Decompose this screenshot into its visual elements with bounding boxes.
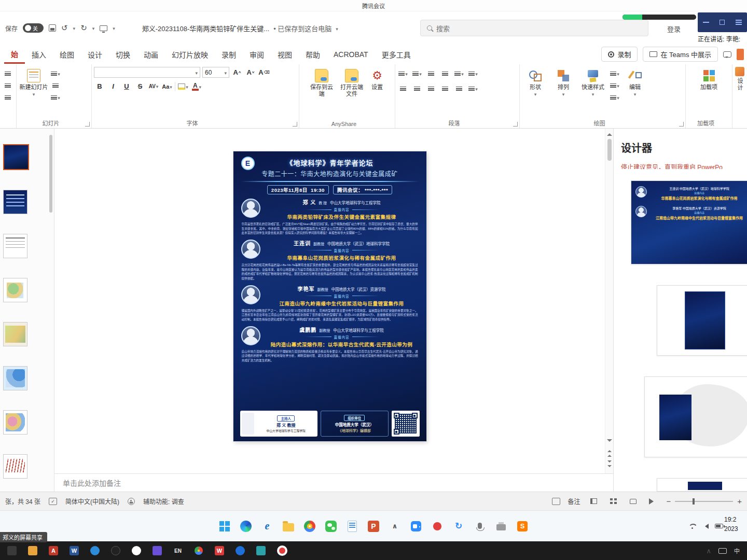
shape-fill-button[interactable] [609,68,620,79]
slide-thumbnail-7[interactable] [3,410,27,435]
spellcheck-icon[interactable]: ✓ [49,498,57,505]
recording-indicator-icon[interactable] [431,520,444,533]
increase-indent-button[interactable] [439,68,451,79]
chrome-icon[interactable] [303,520,316,533]
slide-canvas[interactable]: E 《地球科学》青年学者论坛 专题二十一：华南大地构造演化与关键金属成矿 202… [54,129,605,473]
zoom-out-button[interactable]: − [666,497,671,505]
zoom-in-button[interactable]: + [737,497,742,505]
printer-icon[interactable] [494,520,508,533]
next-slide-button[interactable] [607,460,612,469]
editing-button[interactable]: 编辑 [621,67,648,100]
design-suggestion-1[interactable]: 王连训 中国地质大学（武汉）地球科学学院 直播内容 华南幕阜山花岗质岩浆演化与稀… [631,180,747,264]
reading-view-button[interactable] [627,496,639,507]
github-icon[interactable] [111,546,120,555]
strikethrough-button[interactable]: S [134,81,146,92]
save-to-cloud-button[interactable]: 保存到云端 [308,67,335,100]
shape-effects-button[interactable] [609,92,620,103]
tray-expand-icon[interactable]: ∧ [706,547,711,555]
tab-review[interactable]: 审阅 [243,46,271,63]
design-suggestion-2[interactable] [657,285,747,356]
title-dropdown-icon[interactable] [336,24,338,32]
dialog-launcher-icon[interactable] [513,122,518,127]
slide-thumbnail-8[interactable] [3,454,27,479]
browser-globe-icon[interactable] [90,546,100,555]
compass-browser-icon[interactable] [236,546,245,555]
battery-icon[interactable] [715,524,723,528]
present-in-teams-button[interactable]: 在 Teams 中展示 [643,47,718,62]
pinned-app-icon[interactable] [7,546,17,555]
clear-formatting-button[interactable]: A⌫ [258,67,270,78]
notes-icon[interactable] [552,498,560,505]
edge-icon[interactable] [239,520,253,533]
justify-button[interactable] [439,83,451,94]
slide-thumbnail-3[interactable] [3,234,27,258]
tab-record[interactable]: 录制 [215,46,243,63]
input-language-badge[interactable]: EN [173,546,183,555]
start-from-beginning-icon[interactable] [100,25,107,31]
zoom-slider-thumb[interactable] [693,498,695,505]
redo-icon[interactable] [80,23,87,33]
slide-sorter-view-button[interactable] [607,496,619,507]
text-direction-button[interactable] [467,68,479,79]
slide-thumbnail-1[interactable] [3,144,29,170]
smartart-button[interactable] [467,83,479,94]
tab-insert[interactable]: 插入 [25,46,53,63]
slide-poster[interactable]: E 《地球科学》青年学者论坛 专题二十一：华南大地构造演化与关键金属成矿 202… [233,151,426,441]
section-button[interactable] [50,92,61,103]
align-left-button[interactable] [397,83,409,94]
dialog-launcher-icon[interactable] [679,122,684,127]
bullets-button[interactable] [397,68,409,79]
record-button[interactable]: 录制 [601,47,638,62]
underline-button[interactable]: U [121,81,132,92]
italic-button[interactable]: I [107,81,119,92]
tray-expand-icon[interactable]: ∧ [388,520,402,533]
cut-icon[interactable] [2,80,13,91]
undo-dropdown-icon[interactable] [73,24,76,32]
qat-customize-icon[interactable] [113,24,115,32]
copy-icon[interactable] [2,92,13,103]
quick-styles-button[interactable]: 快速样式 [578,67,608,100]
font-color-button[interactable]: A [191,81,202,92]
wps-icon[interactable]: W [215,546,224,555]
microphone-icon[interactable] [473,520,487,533]
screen-record-button[interactable] [277,545,287,556]
folder-icon[interactable] [28,546,37,555]
reset-button[interactable] [50,80,61,91]
paste-icon[interactable] [2,68,13,79]
slideshow-button[interactable] [646,496,659,507]
shapes-button[interactable]: 形状 [522,67,549,100]
menu-icon[interactable] [736,20,742,25]
text-highlight-button[interactable] [177,81,189,92]
font-name-combo[interactable] [94,67,200,78]
decrease-indent-button[interactable] [425,68,437,79]
shape-outline-button[interactable] [609,80,620,91]
redo-dropdown-icon[interactable] [92,24,95,32]
slide-thumbnail-6[interactable] [3,366,27,390]
anyshare-settings-button[interactable]: ⚙ 设置 [368,67,386,93]
save-icon[interactable] [49,24,56,32]
open-cloud-file-button[interactable]: 打开云端文件 [338,67,365,100]
increase-font-size-button[interactable]: A˄ [231,67,243,78]
tencent-meeting-icon[interactable] [409,520,423,533]
maximize-icon[interactable] [720,20,725,25]
character-spacing-button[interactable]: AV [148,81,159,92]
designer-ribbon-button[interactable]: 设计 [732,64,747,128]
align-right-button[interactable] [425,83,437,94]
minimize-icon[interactable] [703,22,709,23]
slide-thumbnail-5[interactable] [3,322,27,346]
document-app-icon[interactable] [345,520,359,533]
layout-button[interactable] [50,68,61,79]
tab-more-tools[interactable]: 更多工具 [375,46,418,63]
scrollbar-thumb[interactable] [607,139,612,161]
numbering-button[interactable] [411,68,423,79]
qq-icon[interactable] [132,546,141,555]
thumbnail-scrollbar[interactable] [49,135,52,213]
autosave-toggle[interactable]: 关 [23,23,44,33]
file-explorer-icon[interactable] [282,520,295,533]
change-case-button[interactable]: Aa [161,81,173,92]
taskbar-clock[interactable]: 19:2 2023 [724,515,747,534]
music-app-icon[interactable] [153,546,162,555]
align-center-button[interactable] [411,83,423,94]
notes-pane[interactable]: 单击此处添加备注 [54,473,613,492]
search-input[interactable]: 搜索 [420,20,648,36]
